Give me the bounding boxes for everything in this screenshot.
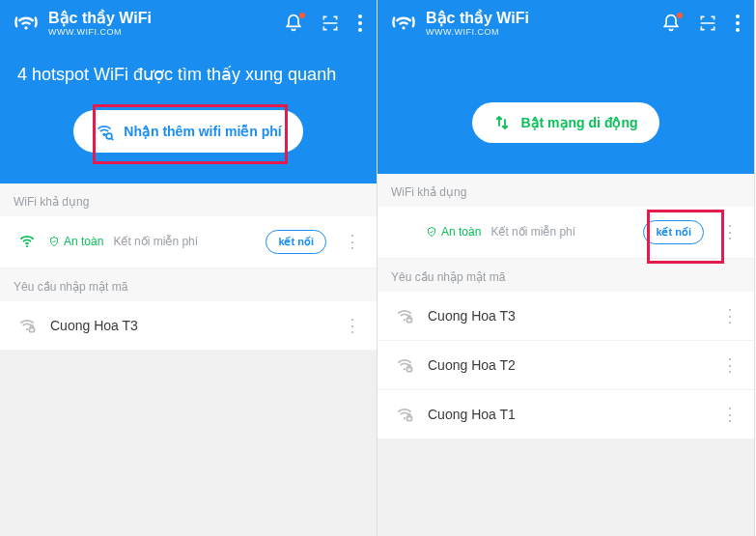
header: Bậc thầy WiFi WWW.WIFI.COM [378, 0, 754, 174]
svg-point-4 [103, 132, 106, 135]
wifi-lock-icon [17, 316, 37, 335]
svg-point-7 [26, 328, 28, 330]
bell-icon[interactable] [284, 14, 303, 33]
empty-space [0, 351, 377, 536]
phone-left: Bậc thầy WiFi WWW.WIFI.COM 4 hotspot WiF… [0, 0, 378, 536]
scan-icon[interactable] [321, 14, 340, 33]
svg-point-1 [358, 14, 362, 18]
row-menu-icon[interactable]: ⋮ [715, 305, 744, 326]
free-connect-label: Kết nối miễn phí [113, 235, 198, 248]
svg-rect-18 [407, 416, 412, 420]
network-name: Cuong Hoa T3 [50, 318, 324, 333]
available-network-row[interactable]: An toàn Kết nối miễn phí kết nối ⋮ [378, 207, 754, 259]
available-network-row[interactable]: An toàn Kết nối miễn phí kết nối ⋮ [0, 216, 377, 268]
app-title: Bậc thầy WiFi [48, 10, 152, 27]
svg-point-11 [736, 21, 740, 25]
app-subtitle: WWW.WIFI.COM [426, 27, 529, 37]
pill-label: Bật mạng di động [520, 115, 637, 130]
network-name: Cuong Hoa T2 [428, 357, 702, 373]
svg-point-12 [736, 28, 740, 32]
svg-point-6 [26, 245, 28, 247]
row-menu-icon[interactable]: ⋮ [338, 315, 367, 336]
header-icons [284, 14, 363, 33]
row-menu-icon[interactable]: ⋮ [715, 404, 744, 425]
menu-icon[interactable] [357, 14, 363, 33]
connect-button[interactable]: kết nối [266, 230, 326, 254]
network-row[interactable]: Cuong Hoa T3 ⋮ [378, 292, 754, 341]
svg-point-13 [404, 319, 406, 321]
wifi-logo-icon [14, 11, 39, 36]
network-row[interactable]: Cuong Hoa T1 ⋮ [378, 390, 754, 439]
network-row[interactable]: Cuong Hoa T2 ⋮ [378, 341, 754, 390]
wifi-search-icon [95, 122, 114, 141]
header-row: Bậc thầy WiFi WWW.WIFI.COM [391, 10, 741, 37]
network-name: Cuong Hoa T3 [428, 308, 702, 324]
app-title: Bậc thầy WiFi [426, 10, 529, 27]
app-subtitle: WWW.WIFI.COM [48, 27, 152, 37]
enable-mobile-data-button[interactable]: Bật mạng di động [472, 102, 658, 143]
network-meta: An toàn Kết nối miễn phí [426, 225, 575, 239]
data-swap-icon [493, 114, 511, 131]
title-block: Bậc thầy WiFi WWW.WIFI.COM [14, 10, 152, 37]
pill-label: Nhận thêm wifi miễn phí [124, 124, 281, 139]
empty-space [378, 439, 754, 536]
wifi-icon [17, 232, 37, 251]
svg-point-3 [358, 28, 362, 32]
svg-point-9 [402, 26, 405, 29]
wifi-logo-icon [391, 11, 416, 36]
svg-rect-14 [407, 318, 412, 322]
scan-icon[interactable] [698, 14, 717, 33]
svg-point-0 [24, 26, 27, 29]
row-menu-icon[interactable]: ⋮ [715, 221, 744, 242]
row-menu-icon[interactable]: ⋮ [715, 354, 744, 376]
phone-right: Bậc thầy WiFi WWW.WIFI.COM [378, 0, 755, 536]
header-icons [661, 14, 741, 33]
svg-rect-16 [407, 367, 412, 371]
title-block: Bậc thầy WiFi WWW.WIFI.COM [391, 10, 529, 37]
section-password-title: Yêu cầu nhập mật mã [378, 259, 754, 292]
svg-point-5 [106, 133, 112, 139]
safe-label: An toàn [64, 235, 103, 248]
network-row[interactable]: Cuong Hoa T3 ⋮ [0, 301, 377, 351]
header-row: Bậc thầy WiFi WWW.WIFI.COM [14, 10, 363, 37]
svg-point-2 [358, 21, 362, 25]
svg-point-15 [404, 368, 406, 370]
svg-rect-8 [30, 327, 35, 331]
get-more-wifi-button[interactable]: Nhận thêm wifi miễn phí [73, 110, 302, 153]
wifi-lock-icon [395, 355, 414, 375]
safe-badge: An toàn [426, 225, 481, 239]
row-menu-icon[interactable]: ⋮ [338, 231, 367, 252]
safe-badge: An toàn [48, 235, 103, 248]
svg-point-17 [404, 417, 406, 419]
headline: 4 hotspot WiFi được tìm thấy xung quanh [17, 64, 359, 85]
wifi-lock-icon [395, 306, 414, 325]
header: Bậc thầy WiFi WWW.WIFI.COM 4 hotspot WiF… [0, 0, 377, 183]
network-name: Cuong Hoa T1 [428, 407, 702, 422]
section-password-title: Yêu cầu nhập mật mã [0, 268, 377, 301]
safe-label: An toàn [441, 225, 481, 239]
free-connect-label: Kết nối miễn phí [490, 225, 575, 239]
network-meta: An toàn Kết nối miễn phí [48, 235, 198, 248]
bell-icon[interactable] [661, 14, 681, 33]
menu-icon[interactable] [735, 14, 741, 33]
section-available-title: WiFi khả dụng [378, 174, 754, 207]
svg-point-10 [736, 14, 740, 18]
wifi-lock-icon [395, 405, 414, 424]
connect-button[interactable]: kết nối [643, 220, 704, 244]
section-available-title: WiFi khả dụng [0, 183, 377, 216]
notification-dot [299, 13, 305, 18]
notification-dot [677, 13, 683, 18]
